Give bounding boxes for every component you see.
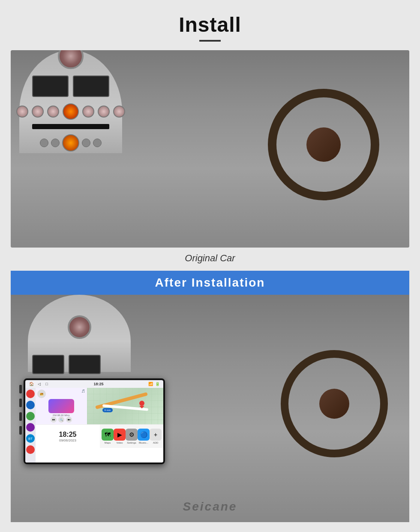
app-settings[interactable]: ⚙ Settings bbox=[126, 429, 138, 444]
after-dashboard: 🏠 ◁ □ 18:25 📶 🔋 bbox=[11, 295, 409, 522]
cd-slot bbox=[32, 124, 109, 129]
after-installation-section: After Installation bbox=[11, 271, 409, 522]
prev-btn[interactable]: ⏮ bbox=[51, 417, 57, 423]
knob-top bbox=[58, 50, 84, 69]
ctrl-btn-4 bbox=[82, 106, 94, 118]
screen-top-row: 📻 🎵 FM 88.00 MHz ⏮ 🔍 ⏭ bbox=[36, 388, 163, 424]
brand-watermark: Seicane bbox=[183, 500, 237, 514]
vents-row bbox=[32, 76, 109, 97]
pin-point bbox=[139, 406, 144, 408]
pin-circle bbox=[139, 401, 144, 406]
settings-app-label: Settings bbox=[127, 441, 136, 444]
app-add[interactable]: + ADD bbox=[150, 429, 162, 444]
original-car-image-container bbox=[11, 50, 409, 248]
video-app-label: Video bbox=[116, 441, 123, 444]
android-head-unit-screen[interactable]: 🏠 ◁ □ 18:25 📶 🔋 bbox=[24, 378, 165, 464]
after-knob-top bbox=[68, 315, 91, 339]
map-panel: 9 min bbox=[87, 388, 163, 424]
side-btn-3 bbox=[19, 412, 22, 421]
after-steering-wheel bbox=[281, 350, 388, 457]
after-vent-left bbox=[32, 355, 64, 374]
small-btn-2 bbox=[51, 139, 60, 147]
bottom-controls bbox=[40, 134, 102, 151]
ctrl-btn-5 bbox=[98, 106, 110, 118]
ctrl-btn-3 bbox=[47, 106, 59, 118]
after-vent-right bbox=[69, 355, 101, 374]
app-grid: 🗺 Maps ▶ Video ⚙ Settin bbox=[100, 424, 163, 448]
left-panel-icon-3 bbox=[26, 412, 35, 420]
screen-status-icons: 📶 🔋 bbox=[148, 381, 160, 387]
small-btn-3 bbox=[82, 139, 90, 147]
side-btn-1 bbox=[19, 385, 22, 393]
bluetooth-app-icon[interactable]: 🔵 bbox=[138, 429, 150, 441]
screen-main-content: BT 📻 🎵 bbox=[25, 388, 163, 462]
recent-icon: □ bbox=[44, 381, 49, 387]
bottom-date: 09/06/2023 bbox=[59, 438, 76, 442]
app-maps[interactable]: 🗺 Maps bbox=[102, 429, 114, 444]
ctrl-btn-1 bbox=[16, 106, 28, 118]
app-bluetooth[interactable]: 🔵 Blueto... bbox=[138, 429, 150, 444]
screen-content-area: 📻 🎵 FM 88.00 MHz ⏮ 🔍 ⏭ bbox=[36, 388, 163, 462]
screen-inner: 🏠 ◁ □ 18:25 📶 🔋 bbox=[25, 380, 163, 462]
back-icon: ◁ bbox=[36, 381, 42, 387]
after-sw-center bbox=[319, 389, 349, 419]
home-icon: 🏠 bbox=[29, 381, 34, 387]
vent-left bbox=[32, 76, 69, 97]
dash-arch bbox=[19, 50, 122, 153]
media-controls: ⏮ 🔍 ⏭ bbox=[37, 417, 85, 423]
title-underline bbox=[199, 40, 221, 42]
left-panel-icon-5 bbox=[26, 445, 35, 454]
after-car-photo: 🏠 ◁ □ 18:25 📶 🔋 bbox=[11, 295, 409, 522]
page-title: Install bbox=[179, 13, 241, 36]
settings-app-icon[interactable]: ⚙ bbox=[126, 429, 138, 441]
signal-icon: 📶 bbox=[148, 381, 153, 387]
radio-icon: 📻 bbox=[37, 390, 46, 398]
screen-clock: 18:25 bbox=[93, 382, 103, 386]
sw-center bbox=[306, 127, 341, 162]
map-pin bbox=[139, 401, 144, 408]
bluetooth-app-label: Blueto... bbox=[139, 441, 148, 444]
screen-left-panel: BT bbox=[25, 388, 36, 462]
screen-time-widget: 18:25 09/06/2023 bbox=[36, 424, 100, 448]
bottom-knob bbox=[62, 134, 79, 151]
ctrl-btn-2 bbox=[32, 106, 44, 118]
media-top: 📻 🎵 bbox=[37, 390, 85, 398]
side-btn-2 bbox=[19, 399, 22, 407]
screen-nav-icons: 🏠 ◁ □ bbox=[29, 381, 49, 387]
music-visual bbox=[48, 399, 74, 413]
after-installation-label: After Installation bbox=[155, 276, 265, 290]
ctrl-btn-6 bbox=[113, 106, 125, 118]
screen-side-buttons bbox=[19, 385, 22, 435]
battery-icon: 🔋 bbox=[155, 381, 160, 387]
small-btn-1 bbox=[40, 139, 48, 147]
after-sw-outer bbox=[281, 350, 388, 457]
left-panel-icon-4 bbox=[26, 423, 35, 432]
sw-outer bbox=[268, 89, 379, 200]
original-car-photo bbox=[11, 50, 409, 248]
original-car-label: Original Car bbox=[185, 253, 235, 264]
screen-status-bar: 🏠 ◁ □ 18:25 📶 🔋 bbox=[25, 380, 163, 388]
small-btn-4 bbox=[93, 139, 102, 147]
left-panel-icon-1 bbox=[26, 390, 35, 398]
search-btn[interactable]: 🔍 bbox=[58, 417, 64, 423]
dashboard-original bbox=[11, 50, 409, 248]
screen-bottom-row: 18:25 09/06/2023 🗺 Maps ▶ bbox=[36, 424, 163, 448]
ctrl-btn-center bbox=[63, 103, 79, 120]
after-vents-row bbox=[32, 355, 101, 374]
media-panel: 📻 🎵 FM 88.00 MHz ⏮ 🔍 ⏭ bbox=[36, 388, 87, 424]
bottom-clock: 18:25 bbox=[59, 431, 77, 438]
add-app-icon[interactable]: + bbox=[150, 429, 162, 441]
steering-wheel bbox=[268, 89, 388, 209]
video-app-icon[interactable]: ▶ bbox=[114, 429, 126, 441]
next-btn[interactable]: ⏭ bbox=[66, 417, 72, 423]
controls-row bbox=[16, 103, 125, 120]
map-background: 9 min bbox=[87, 388, 163, 424]
after-installation-banner: After Installation bbox=[11, 271, 409, 295]
map-eta-bubble: 9 min bbox=[102, 408, 113, 412]
maps-app-icon[interactable]: 🗺 bbox=[102, 429, 114, 441]
app-video[interactable]: ▶ Video bbox=[114, 429, 126, 444]
maps-app-label: Maps bbox=[105, 441, 111, 444]
left-panel-icon-bt: BT bbox=[26, 434, 35, 443]
add-app-label: ADD bbox=[153, 441, 159, 444]
side-btn-4 bbox=[19, 426, 22, 435]
